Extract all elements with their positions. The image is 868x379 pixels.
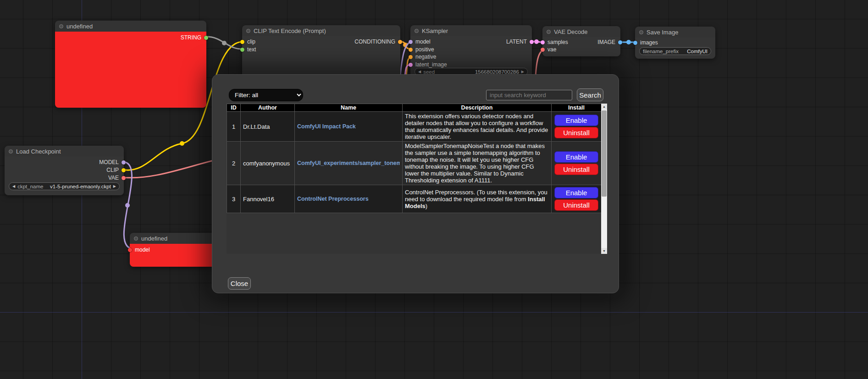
- input-slot-model[interactable]: model: [409, 38, 431, 45]
- extension-list: ID Author Name Description Install 1 Dr.…: [227, 104, 607, 254]
- extension-row: 3 Fannovel16 ControlNet Preprocessors Co…: [227, 185, 602, 213]
- input-slot-negative[interactable]: negative: [409, 54, 436, 60]
- clip-pin-icon[interactable]: [122, 168, 126, 172]
- string-pin-icon[interactable]: [204, 36, 208, 40]
- node-title: Save Image: [647, 29, 678, 36]
- output-slot-model[interactable]: MODEL: [99, 159, 126, 165]
- input-slot-latent-image[interactable]: latent_image: [409, 61, 447, 68]
- conditioning-pin-icon[interactable]: [398, 40, 402, 44]
- decrement-arrow-icon[interactable]: ◀: [418, 70, 421, 74]
- enable-button[interactable]: Enable: [554, 115, 598, 126]
- uninstall-button[interactable]: Uninstall: [554, 127, 598, 138]
- collapse-dot-icon[interactable]: [246, 29, 250, 33]
- uninstall-button[interactable]: Uninstall: [554, 164, 598, 175]
- node-title: KSampler: [422, 27, 448, 34]
- output-slot-image[interactable]: IMAGE: [597, 39, 622, 45]
- custom-nodes-manager-dialog: Filter: all Search ID Author Name Descri…: [212, 74, 619, 293]
- uninstall-button[interactable]: Uninstall: [554, 199, 598, 211]
- conditioning-pin-icon[interactable]: [409, 48, 413, 52]
- node-title: undefined: [141, 235, 167, 242]
- filename-prefix-widget[interactable]: filename_prefix ComfyUI: [639, 47, 711, 55]
- node-save-image[interactable]: Save Image images filename_prefix ComfyU…: [635, 27, 715, 59]
- input-slot-samples[interactable]: samples: [541, 39, 568, 45]
- node-graph-canvas[interactable]: undefined STRING CLIP Text Encode (Promp…: [0, 0, 868, 379]
- scroll-down-icon[interactable]: ▼: [601, 248, 607, 254]
- increment-arrow-icon[interactable]: ▶: [521, 70, 524, 74]
- node-title: CLIP Text Encode (Prompt): [254, 27, 326, 34]
- ckpt-name-widget[interactable]: ◀ ckpt_name v1-5-pruned-emaonly.ckpt ▶: [9, 182, 120, 190]
- extension-row: 1 Dr.Lt.Data ComfyUI Impact Pack This ex…: [227, 112, 602, 142]
- latent-pin-icon[interactable]: [530, 40, 534, 44]
- table-header-row: ID Author Name Description Install: [227, 104, 602, 112]
- output-slot-latent[interactable]: LATENT: [506, 38, 534, 45]
- output-slot-vae[interactable]: VAE: [108, 175, 126, 181]
- enable-button[interactable]: Enable: [554, 151, 598, 163]
- close-button[interactable]: Close: [228, 277, 251, 290]
- collapse-dot-icon[interactable]: [547, 30, 551, 34]
- conditioning-pin-icon[interactable]: [409, 55, 413, 59]
- image-pin-icon[interactable]: [633, 41, 637, 45]
- extension-link[interactable]: ComfyUI_experiments/sampler_tonemap: [297, 160, 400, 166]
- search-input[interactable]: [486, 90, 572, 100]
- collapse-dot-icon[interactable]: [639, 30, 643, 34]
- collapse-dot-icon[interactable]: [415, 29, 419, 33]
- list-scrollbar[interactable]: ▲ ▼: [601, 104, 607, 254]
- node-undefined-top[interactable]: undefined STRING: [55, 21, 206, 108]
- extension-link[interactable]: ComfyUI Impact Pack: [297, 123, 400, 130]
- enable-button[interactable]: Enable: [554, 187, 598, 198]
- search-button[interactable]: Search: [577, 88, 603, 101]
- latent-pin-icon[interactable]: [409, 63, 413, 67]
- collapse-dot-icon[interactable]: [59, 24, 63, 28]
- col-header-description: Description: [403, 104, 552, 112]
- input-slot-vae[interactable]: vae: [541, 46, 556, 53]
- scrollbar-thumb[interactable]: [602, 110, 607, 197]
- input-slot-model[interactable]: model: [128, 247, 150, 253]
- vae-pin-icon[interactable]: [541, 48, 545, 52]
- input-slot-clip[interactable]: clip: [240, 38, 255, 45]
- string-pin-icon[interactable]: [240, 48, 244, 52]
- model-pin-icon[interactable]: [122, 160, 126, 165]
- node-title: VAE Decode: [554, 28, 587, 35]
- node-title: undefined: [66, 23, 93, 30]
- filter-select[interactable]: Filter: all: [229, 89, 303, 101]
- scroll-up-icon[interactable]: ▲: [601, 104, 607, 110]
- extension-link[interactable]: ControlNet Preprocessors: [297, 196, 400, 202]
- increment-arrow-icon[interactable]: ▶: [113, 185, 116, 188]
- extension-table: ID Author Name Description Install 1 Dr.…: [227, 104, 602, 213]
- col-header-id: ID: [227, 104, 241, 112]
- input-slot-text[interactable]: text: [240, 46, 256, 53]
- collapse-dot-icon[interactable]: [9, 149, 13, 154]
- input-slot-images[interactable]: images: [633, 39, 658, 46]
- input-slot-positive[interactable]: positive: [409, 46, 434, 53]
- model-pin-icon[interactable]: [409, 40, 413, 44]
- node-title: Load Checkpoint: [16, 148, 61, 155]
- output-slot-conditioning[interactable]: CONDITIONING: [354, 38, 402, 45]
- latent-pin-icon[interactable]: [541, 40, 545, 44]
- extension-row: 2 comfyanonymous ComfyUI_experiments/sam…: [227, 142, 602, 185]
- collapse-dot-icon[interactable]: [134, 236, 138, 241]
- output-slot-clip[interactable]: CLIP: [106, 167, 126, 173]
- model-pin-icon[interactable]: [128, 248, 132, 252]
- canvas-origin-horizontal-line: [0, 312, 868, 313]
- col-header-author: Author: [241, 104, 295, 112]
- decrement-arrow-icon[interactable]: ◀: [12, 185, 15, 188]
- image-pin-icon[interactable]: [618, 40, 622, 44]
- output-slot-string[interactable]: STRING: [181, 34, 208, 41]
- node-load-checkpoint[interactable]: Load Checkpoint MODEL CLIP VAE ◀ ckpt_na…: [5, 146, 124, 195]
- node-vae-decode[interactable]: VAE Decode samples vae IMAGE: [542, 26, 620, 56]
- node-undefined-bottom[interactable]: undefined model: [130, 233, 221, 267]
- vae-pin-icon[interactable]: [122, 176, 126, 180]
- col-header-name: Name: [295, 104, 403, 112]
- clip-pin-icon[interactable]: [240, 40, 244, 44]
- col-header-install: Install: [552, 104, 602, 112]
